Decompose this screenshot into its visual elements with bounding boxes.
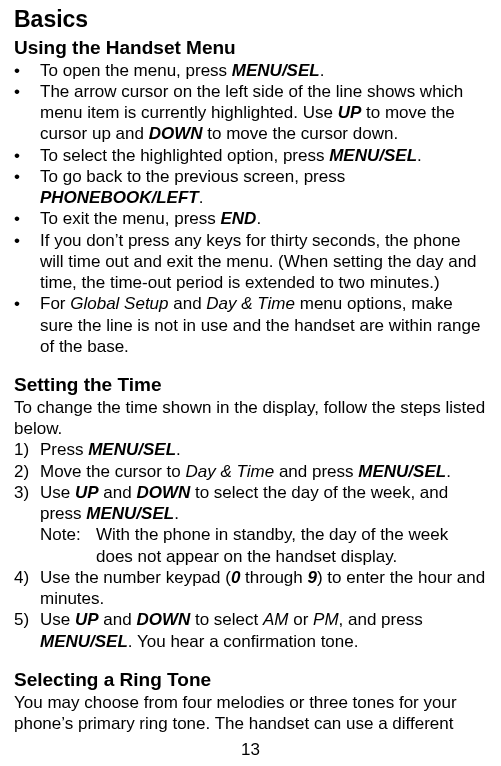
list-marker: • [14, 293, 40, 314]
text-run: DOWN [149, 124, 203, 143]
list-item-text: Use UP and DOWN to select AM or PM, and … [40, 609, 487, 652]
section2-heading: Setting the Time [14, 373, 487, 397]
text-run: Use [40, 483, 75, 502]
text-run: AM [263, 610, 289, 629]
text-run: and [169, 294, 207, 313]
section3-intro: You may choose from four melodies or thr… [14, 692, 487, 735]
section1-heading: Using the Handset Menu [14, 36, 487, 60]
section3-heading: Selecting a Ring Tone [14, 668, 487, 692]
section2-intro: To change the time shown in the display,… [14, 397, 487, 440]
text-run: . [417, 146, 422, 165]
section2-list: 1)Press MENU/SEL.2)Move the cursor to Da… [14, 439, 487, 652]
list-item-body: Move the cursor to Day & Time and press … [40, 461, 487, 482]
text-run: Move the cursor to [40, 462, 186, 481]
list-item-body: Use the number keypad (0 through 9) to e… [40, 567, 487, 610]
text-run: PM [313, 610, 339, 629]
list-item-body: Use UP and DOWN to select AM or PM, and … [40, 609, 487, 652]
text-run: , and press [339, 610, 423, 629]
list-marker: • [14, 145, 40, 166]
bullet-item: •For Global Setup and Day & Time menu op… [14, 293, 487, 357]
bullet-item: •The arrow cursor on the left side of th… [14, 81, 487, 145]
text-run: UP [75, 483, 99, 502]
text-run: MENU/SEL [40, 632, 128, 651]
text-run: or [289, 610, 314, 629]
list-marker: 1) [14, 439, 40, 460]
note: Note:With the phone in standby, the day … [40, 524, 487, 567]
text-run: Day & Time [206, 294, 295, 313]
list-marker: 5) [14, 609, 40, 630]
list-item-body: Press MENU/SEL. [40, 439, 487, 460]
list-marker: • [14, 81, 40, 102]
text-run: . [176, 440, 181, 459]
text-run: to select [190, 610, 263, 629]
step-item: 5)Use UP and DOWN to select AM or PM, an… [14, 609, 487, 652]
text-run: Day & Time [186, 462, 275, 481]
text-run: . [256, 209, 261, 228]
text-run: . [174, 504, 179, 523]
note-body: With the phone in standby, the day of th… [96, 524, 487, 567]
text-run: . [320, 61, 325, 80]
text-run: . [199, 188, 204, 207]
text-run: and press [274, 462, 358, 481]
text-run: UP [338, 103, 362, 122]
list-item-text: Use the number keypad (0 through 9) to e… [40, 567, 487, 610]
text-run: PHONEBOOK/LEFT [40, 188, 199, 207]
list-item-text: Use UP and DOWN to select the day of the… [40, 482, 487, 525]
list-marker: • [14, 166, 40, 187]
text-run: For [40, 294, 70, 313]
text-run: MENU/SEL [329, 146, 417, 165]
text-run: DOWN [136, 483, 190, 502]
list-item-body: To go back to the previous screen, press… [40, 166, 487, 209]
text-run: MENU/SEL [88, 440, 176, 459]
list-item-text: To select the highlighted option, press … [40, 145, 487, 166]
text-run: 0 [231, 568, 240, 587]
list-item-body: To select the highlighted option, press … [40, 145, 487, 166]
text-run: Global Setup [70, 294, 168, 313]
list-item-text: For Global Setup and Day & Time menu opt… [40, 293, 487, 357]
title: Basics [14, 5, 487, 34]
list-item-text: To exit the menu, press END. [40, 208, 487, 229]
list-item-body: For Global Setup and Day & Time menu opt… [40, 293, 487, 357]
text-run: UP [75, 610, 99, 629]
list-item-text: Move the cursor to Day & Time and press … [40, 461, 487, 482]
step-item: 2)Move the cursor to Day & Time and pres… [14, 461, 487, 482]
list-marker: 4) [14, 567, 40, 588]
list-item-text: To go back to the previous screen, press… [40, 166, 487, 209]
bullet-item: •To select the highlighted option, press… [14, 145, 487, 166]
list-item-text: To open the menu, press MENU/SEL. [40, 60, 487, 81]
section1-list: •To open the menu, press MENU/SEL.•The a… [14, 60, 487, 358]
list-marker: 2) [14, 461, 40, 482]
bullet-item: •To open the menu, press MENU/SEL. [14, 60, 487, 81]
text-run: 9 [307, 568, 316, 587]
list-item-text: The arrow cursor on the left side of the… [40, 81, 487, 145]
text-run: END [220, 209, 256, 228]
text-run: and [99, 610, 137, 629]
page-number: 13 [0, 739, 501, 760]
list-item-body: To open the menu, press MENU/SEL. [40, 60, 487, 81]
text-run: If you don’t press any keys for thirty s… [40, 231, 477, 293]
step-item: 3)Use UP and DOWN to select the day of t… [14, 482, 487, 567]
list-item-body: The arrow cursor on the left side of the… [40, 81, 487, 145]
list-item-body: If you don’t press any keys for thirty s… [40, 230, 487, 294]
text-run: through [240, 568, 307, 587]
text-run: to move the cursor down. [203, 124, 399, 143]
text-run: To exit the menu, press [40, 209, 220, 228]
text-run: . You hear a confirmation tone. [128, 632, 359, 651]
text-run: Use [40, 610, 75, 629]
list-marker: • [14, 230, 40, 251]
text-run: . [446, 462, 451, 481]
text-run: MENU/SEL [86, 504, 174, 523]
list-marker: • [14, 208, 40, 229]
list-item-body: Use UP and DOWN to select the day of the… [40, 482, 487, 567]
list-marker: • [14, 60, 40, 81]
step-item: 4)Use the number keypad (0 through 9) to… [14, 567, 487, 610]
note-label: Note: [40, 524, 96, 545]
bullet-item: •To go back to the previous screen, pres… [14, 166, 487, 209]
list-item-text: If you don’t press any keys for thirty s… [40, 230, 487, 294]
list-item-text: Press MENU/SEL. [40, 439, 487, 460]
page: Basics Using the Handset Menu •To open t… [0, 0, 501, 766]
text-run: and [99, 483, 137, 502]
text-run: To go back to the previous screen, press [40, 167, 345, 186]
bullet-item: •To exit the menu, press END. [14, 208, 487, 229]
text-run: To open the menu, press [40, 61, 232, 80]
